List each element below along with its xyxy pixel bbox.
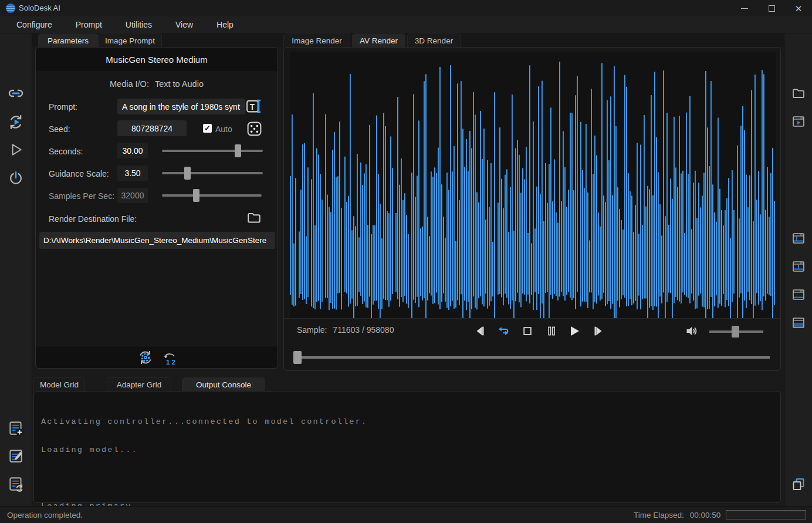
waveform-display <box>290 52 776 318</box>
seconds-slider-track[interactable] <box>162 150 263 152</box>
menu-prompt[interactable]: Prompt <box>64 16 114 33</box>
layout-bottom-icon[interactable] <box>791 288 806 302</box>
play-outline-icon[interactable] <box>8 142 23 157</box>
dice-icon <box>246 120 263 137</box>
link-icon[interactable] <box>8 86 24 101</box>
loop-button[interactable] <box>496 323 510 339</box>
layout-left-icon[interactable] <box>791 231 806 245</box>
seek-bar[interactable] <box>293 350 770 365</box>
guidance-slider-handle[interactable] <box>184 167 191 180</box>
tab-image-render[interactable]: Image Render <box>283 33 350 47</box>
guidance-value[interactable]: 3.50 <box>117 166 148 181</box>
prompt-input[interactable]: A song in the style of 1980s synt <box>117 99 245 114</box>
doc-refresh-icon[interactable] <box>8 476 24 492</box>
tab-parameters[interactable]: Parameters <box>38 33 98 47</box>
folder-icon <box>246 210 262 225</box>
seconds-label: Seconds: <box>49 147 83 156</box>
media-io-value: Text to Audio <box>155 79 204 89</box>
undo-steps-icon: 1 2 <box>162 349 178 366</box>
seek-bar-handle[interactable] <box>293 351 302 364</box>
samples-slider[interactable] <box>162 188 262 203</box>
step-back-button[interactable] <box>473 323 487 339</box>
output-console-panel: Activating controller...connected to mod… <box>33 391 781 503</box>
auto-checkbox[interactable]: ✓ <box>203 124 212 133</box>
dice-button[interactable] <box>245 120 263 137</box>
step-back-icon <box>473 325 486 338</box>
seek-bar-track[interactable] <box>293 356 770 359</box>
copy-icon[interactable] <box>791 477 806 491</box>
maximize-button[interactable] <box>758 0 785 16</box>
svg-text:1 2: 1 2 <box>166 359 175 366</box>
tab-3d-render[interactable]: 3D Render <box>407 33 461 47</box>
seconds-value[interactable]: 30.00 <box>117 143 148 158</box>
run-cycle-icon[interactable] <box>8 114 24 130</box>
model-name: MusicGen Stereo Medium <box>36 48 278 72</box>
media-io-label: Media I/O: <box>110 79 149 89</box>
tab-output-console[interactable]: Output Console <box>182 377 265 391</box>
auto-label: Auto <box>215 124 232 134</box>
close-icon: ✕ <box>795 4 803 13</box>
samples-slider-handle[interactable] <box>193 189 199 202</box>
close-button[interactable]: ✕ <box>785 0 812 16</box>
guidance-slider[interactable] <box>162 166 263 180</box>
folder-open-icon[interactable] <box>791 86 806 100</box>
power-icon[interactable] <box>8 170 23 185</box>
app-logo-icon <box>5 3 16 14</box>
media-window-icon[interactable] <box>791 114 806 129</box>
samples-slider-track[interactable] <box>162 194 262 197</box>
samples-value: 32000 <box>117 188 148 203</box>
menu-help[interactable]: Help <box>205 16 245 33</box>
doc-add-icon[interactable] <box>8 420 24 437</box>
samples-label: Samples Per Sec: <box>49 191 114 201</box>
volume-icon <box>685 324 699 338</box>
undo-steps-button[interactable]: 1 2 <box>161 349 179 366</box>
console-line <box>41 474 773 483</box>
menu-view[interactable]: View <box>164 16 205 33</box>
pause-button[interactable] <box>544 323 559 339</box>
dest-label: Render Destination File: <box>49 214 137 224</box>
seed-input[interactable]: 807288724 <box>117 120 187 136</box>
guidance-slider-track[interactable] <box>162 172 263 174</box>
menubar: Configure Prompt Utilities View Help <box>0 16 812 33</box>
minimize-icon <box>741 8 748 9</box>
text-edit-icon: T <box>245 97 263 115</box>
volume-button[interactable] <box>685 323 699 339</box>
tab-image-prompt[interactable]: Image Prompt <box>98 33 162 47</box>
volume-slider[interactable] <box>709 325 763 339</box>
svg-text:T: T <box>250 103 255 112</box>
play-button[interactable] <box>567 323 581 339</box>
sample-label: Sample: <box>297 325 327 335</box>
parameters-panel: MusicGen Stereo Medium Media I/O: Text t… <box>35 47 278 369</box>
dest-path-input[interactable]: D:\AIWorks\Render\MusicGen_Stereo_Medium… <box>39 232 275 249</box>
auto-gear-button[interactable] <box>137 349 154 366</box>
tab-adapter-grid[interactable]: Adapter Grid <box>107 377 171 391</box>
statusbar: Operation completed. Time Elapsed: 00:00… <box>0 506 812 523</box>
seconds-slider-handle[interactable] <box>235 144 241 157</box>
tab-av-render[interactable]: AV Render <box>352 33 405 47</box>
volume-slider-handle[interactable] <box>732 326 739 338</box>
seed-label: Seed: <box>49 124 70 134</box>
tab-model-grid[interactable]: Model Grid <box>33 377 85 391</box>
loop-icon <box>496 325 510 338</box>
seconds-slider[interactable] <box>162 144 263 158</box>
sample-readout: Sample: 711603 / 958080 <box>297 325 394 335</box>
app-window: SoloDesk AI ✕ Configure Prompt Utilities… <box>0 0 812 523</box>
minimize-button[interactable] <box>731 0 758 16</box>
layout-half-icon[interactable] <box>791 316 806 330</box>
left-toolbar <box>0 33 32 506</box>
status-message: Operation completed. <box>7 511 83 519</box>
titlebar: SoloDesk AI ✕ <box>0 0 812 16</box>
text-edit-button[interactable]: T <box>245 97 263 115</box>
menu-configure[interactable]: Configure <box>5 16 64 33</box>
menu-utilities[interactable]: Utilities <box>114 16 164 33</box>
progress-bar <box>726 510 806 519</box>
step-forward-button[interactable] <box>591 323 605 339</box>
layout-split-icon[interactable] <box>791 259 806 274</box>
time-elapsed-value: 00:00:50 <box>690 511 721 519</box>
params-footer: 1 2 <box>36 346 278 368</box>
doc-edit-icon[interactable] <box>8 448 24 464</box>
dest-folder-button[interactable] <box>245 209 263 227</box>
av-divider <box>284 318 780 319</box>
stop-button[interactable] <box>520 323 534 339</box>
console-line: Loading model... <box>41 446 773 455</box>
